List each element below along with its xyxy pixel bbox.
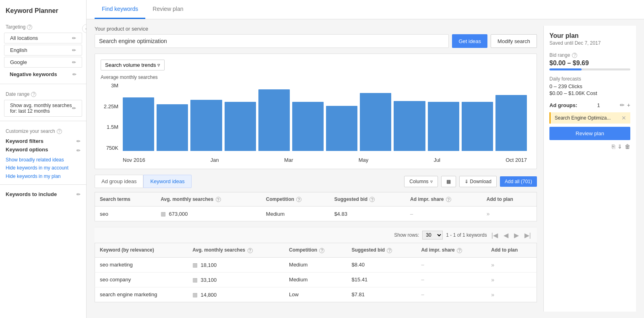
keyword-filters-row[interactable]: Keyword filters ✏ — [0, 136, 86, 147]
tab-ad-group-ideas[interactable]: Ad group ideas — [95, 175, 143, 188]
collapse-sidebar-button[interactable]: « — [82, 24, 87, 33]
add-plan-icon[interactable]: + — [627, 102, 630, 108]
header-add-to-plan: Add to plan — [482, 192, 537, 206]
prev-page-nav[interactable]: ◀ — [502, 231, 510, 239]
delete-plan-icon[interactable]: 🗑 — [625, 143, 630, 150]
plan-item-close-icon[interactable]: ✕ — [621, 115, 626, 121]
header-competition: Competition ? — [261, 192, 330, 206]
language-edit-icon[interactable]: ✏ — [72, 47, 76, 53]
product-input[interactable] — [95, 34, 449, 48]
ad-impr-help[interactable]: ? — [446, 197, 451, 202]
customize-help-icon[interactable]: ? — [57, 129, 62, 134]
chart-bar-1 — [123, 97, 154, 151]
divider-2 — [0, 121, 86, 121]
date-range-edit-icon[interactable]: ✏ — [72, 105, 76, 111]
chart-title-button[interactable]: Search volume trends ▿ — [101, 60, 165, 70]
term-ad-impr: – — [405, 206, 482, 221]
network-setting[interactable]: Google ✏ — [4, 57, 82, 68]
download-button[interactable]: ⇓ Download — [459, 176, 497, 187]
locations-setting[interactable]: All locations ✏ — [4, 33, 82, 43]
header-competition-ki: Competition ? — [284, 243, 347, 257]
negative-keywords-row[interactable]: Negative keywords ✏ — [4, 69, 82, 80]
competition-help[interactable]: ? — [296, 197, 301, 202]
date-range-setting[interactable]: Show avg. monthly searches for: last 12 … — [4, 100, 82, 117]
suggested-bid-ki-help[interactable]: ? — [387, 248, 392, 253]
modify-search-button[interactable]: Modify search — [491, 34, 537, 48]
plan-action-row: ⎘ ⇓ 🗑 — [549, 143, 630, 150]
tabs-right: Columns ▿ ▩ ⇓ Download Add all (701) — [404, 176, 537, 187]
keyword-options-section: Keyword options ✏ Show broadly related i… — [0, 147, 86, 180]
kw-seo-marketing: seo marketing — [95, 257, 188, 272]
first-page-nav[interactable]: |◀ — [490, 231, 499, 239]
download-icon: ⇓ — [464, 179, 469, 184]
chart-view-button[interactable]: ▩ — [441, 176, 456, 187]
tab-find-keywords[interactable]: Find keywords — [95, 0, 145, 19]
divider-1 — [0, 84, 86, 84]
search-terms-header-row: Search terms Avg. monthly searches ? Com… — [95, 192, 537, 206]
search-terms-pagination: Show rows: 30 50 100 1 - 1 of 1 keywords… — [95, 227, 537, 243]
keyword-ideas-header-row: Keyword (by relevance) Avg. monthly sear… — [95, 243, 537, 257]
columns-button[interactable]: Columns ▿ — [404, 176, 438, 187]
keyword-ideas-table: Keyword (by relevance) Avg. monthly sear… — [95, 243, 537, 302]
show-rows-select[interactable]: 30 50 100 — [422, 231, 443, 240]
ad-groups-count: 1 — [597, 102, 600, 108]
chart-bar-2 — [157, 104, 188, 151]
keyword-options-edit-icon[interactable]: ✏ — [76, 148, 80, 153]
page-range: 1 - 1 of 1 keywords — [446, 232, 487, 238]
language-setting[interactable]: English ✏ — [4, 45, 82, 56]
review-plan-button[interactable]: Review plan — [549, 127, 630, 140]
suggested-bid-help[interactable]: ? — [369, 197, 375, 202]
hide-keywords-account-link[interactable]: Hide keywords in my account — [6, 164, 80, 172]
kw2-add[interactable]: » — [486, 272, 537, 287]
tab-review-plan[interactable]: Review plan — [145, 0, 190, 19]
keyword-row-3: search engine marketing ▩ 14,800 Low $7.… — [95, 287, 537, 302]
targeting-section: Targeting ? — [0, 21, 86, 31]
add-all-button[interactable]: Add all (701) — [500, 176, 537, 187]
last-page-nav[interactable]: ▶| — [523, 231, 532, 239]
hide-keywords-plan-link[interactable]: Hide keywords in my plan — [6, 172, 80, 180]
locations-edit-icon[interactable]: ✏ — [72, 35, 76, 41]
kw2-competition: Medium — [284, 272, 347, 287]
search-terms-table: Search terms Avg. monthly searches ? Com… — [95, 192, 537, 221]
next-page-nav[interactable]: ▶ — [513, 231, 520, 239]
avg-monthly-ki-help[interactable]: ? — [248, 248, 253, 253]
bid-range-help-icon[interactable]: ? — [572, 53, 577, 58]
chart-dropdown-icon: ▿ — [157, 62, 160, 68]
columns-dropdown-icon: ▿ — [430, 179, 433, 184]
copy-plan-icon[interactable]: ⎘ — [612, 143, 615, 150]
sidebar: Keyword Planner Targeting ? All location… — [0, 0, 87, 318]
kw3-avg: ▩ 14,800 — [188, 287, 284, 302]
keywords-to-include-row[interactable]: Keywords to include ✏ — [0, 189, 86, 200]
avg-monthly-help[interactable]: ? — [216, 197, 221, 202]
ad-impr-ki-help[interactable]: ? — [457, 248, 462, 253]
header-suggested-bid-ki: Suggested bid ? — [347, 243, 416, 257]
kw3-add[interactable]: » — [486, 287, 537, 302]
targeting-help-icon[interactable]: ? — [27, 25, 32, 30]
term-add-btn[interactable]: » — [482, 206, 537, 221]
keywords-include-edit-icon[interactable]: ✏ — [76, 192, 80, 197]
bid-range-fill — [549, 68, 582, 70]
header-avg-monthly-ki: Avg. monthly searches ? — [188, 243, 284, 257]
chart-area: 3M 2.25M 1.5M 750K — [101, 83, 531, 163]
ad-groups-label: Ad groups: — [549, 102, 577, 108]
edit-plan-icon[interactable]: ✏ — [620, 102, 625, 108]
customize-section: Customize your search ? — [0, 125, 86, 136]
date-range-help-icon[interactable]: ? — [31, 92, 36, 97]
term-suggested-bid: $4.83 — [329, 206, 405, 221]
broadly-related-ideas-link[interactable]: Show broadly related ideas — [6, 156, 80, 164]
kw-seo-company: seo company — [95, 272, 188, 287]
header-add-to-plan-ki: Add to plan — [486, 243, 537, 257]
get-ideas-button[interactable]: Get ideas — [452, 34, 487, 48]
network-edit-icon[interactable]: ✏ — [72, 60, 76, 65]
negative-keywords-edit-icon[interactable]: ✏ — [72, 72, 76, 77]
tab-keyword-ideas[interactable]: Keyword ideas — [143, 175, 191, 188]
keyword-filters-edit-icon[interactable]: ✏ — [76, 138, 80, 144]
bid-range-value: $0.00 – $9.69 — [549, 60, 630, 67]
download-plan-icon[interactable]: ⇓ — [617, 143, 622, 150]
top-nav: Find keywords Review plan — [87, 0, 644, 19]
kw1-add[interactable]: » — [486, 257, 537, 272]
search-term-row: seo ▩ 673,000 Medium $4.83 – » — [95, 206, 537, 221]
avg-label: Average monthly searches — [101, 74, 531, 80]
kw2-impr: – — [416, 272, 486, 287]
competition-ki-help[interactable]: ? — [319, 248, 324, 253]
